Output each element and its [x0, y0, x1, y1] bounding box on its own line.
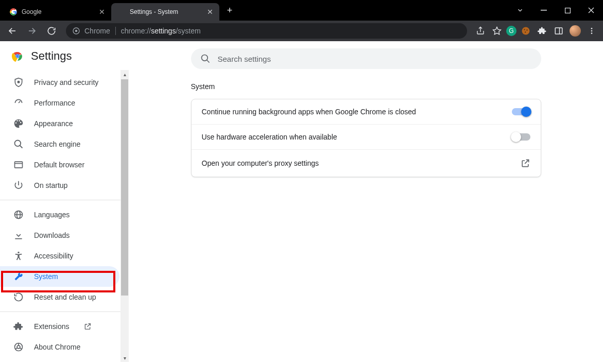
svg-point-6 — [75, 30, 78, 32]
section-title: System — [191, 82, 541, 91]
svg-rect-1 — [541, 10, 547, 11]
nav-label: Default browser — [34, 161, 84, 169]
reload-button[interactable] — [43, 23, 60, 39]
svg-point-9 — [524, 29, 525, 30]
tab-google[interactable]: Google ✕ — [3, 3, 111, 21]
sidebar: Settings Privacy and security Performanc… — [0, 41, 129, 364]
sidebar-item-accessibility[interactable]: Accessibility — [0, 246, 129, 266]
sidebar-item-about[interactable]: About Chrome — [0, 337, 129, 357]
browser-toolbar: Chrome chrome://settings/system G — [0, 21, 603, 41]
toggle-background-apps[interactable] — [512, 108, 530, 115]
bookmark-icon[interactable] — [490, 24, 504, 38]
close-icon[interactable]: ✕ — [99, 8, 105, 16]
content-area: Search settings System Continue running … — [129, 41, 603, 364]
sidebar-item-system[interactable]: System — [0, 266, 119, 287]
sidebar-item-appearance[interactable]: Appearance — [0, 113, 129, 134]
nav-label: Performance — [34, 99, 75, 107]
extensions-menu-icon[interactable] — [535, 24, 549, 38]
tab-search-button[interactable] — [508, 0, 532, 21]
nav-label: Downloads — [34, 231, 70, 239]
svg-line-35 — [15, 348, 17, 350]
scroll-up-icon[interactable]: ▴ — [120, 70, 129, 78]
new-tab-button[interactable]: + — [222, 3, 237, 18]
sidebar-item-reset[interactable]: Reset and clean up — [0, 287, 129, 307]
close-icon[interactable]: ✕ — [207, 8, 213, 16]
scroll-down-icon[interactable]: ▾ — [120, 354, 129, 362]
nav-label: Extensions — [34, 322, 69, 331]
accessibility-icon — [13, 251, 24, 261]
chrome-page-icon — [72, 27, 80, 35]
restore-icon — [13, 292, 24, 302]
svg-rect-12 — [555, 28, 562, 34]
sidebar-item-privacy[interactable]: Privacy and security — [0, 72, 129, 93]
nav-label: Languages — [34, 211, 70, 219]
setting-row-hardware-accel: Use hardware acceleration when available — [192, 125, 541, 150]
sidebar-item-on-startup[interactable]: On startup — [0, 175, 129, 196]
nav-label: Search engine — [34, 140, 80, 148]
setting-row-proxy[interactable]: Open your computer's proxy settings — [192, 150, 541, 177]
power-icon — [13, 180, 24, 190]
setting-label: Open your computer's proxy settings — [202, 159, 319, 167]
window-titlebar: Google ✕ Settings - System ✕ + — [0, 0, 603, 21]
setting-label: Continue running background apps when Go… — [202, 108, 416, 116]
sidebar-item-search-engine[interactable]: Search engine — [0, 134, 129, 154]
profile-avatar[interactable] — [568, 24, 582, 38]
svg-point-31 — [18, 252, 19, 253]
nav-label: Appearance — [34, 119, 73, 128]
nav-label: On startup — [34, 181, 67, 189]
site-info[interactable]: Chrome — [72, 27, 116, 35]
close-window-button[interactable] — [579, 0, 603, 21]
nav-label: Privacy and security — [34, 78, 98, 86]
sidebar-item-languages[interactable]: Languages — [0, 204, 129, 225]
sidebar-item-default-browser[interactable]: Default browser — [0, 154, 129, 175]
toggle-hardware-accel[interactable] — [512, 133, 530, 141]
extension-grammarly-icon[interactable]: G — [506, 26, 516, 36]
address-bar[interactable]: Chrome chrome://settings/system — [66, 23, 467, 39]
nav-label: Accessibility — [34, 252, 73, 260]
settings-header: Settings — [0, 41, 129, 70]
maximize-button[interactable] — [556, 0, 579, 21]
scrollbar-thumb[interactable] — [121, 79, 128, 296]
svg-point-15 — [591, 30, 593, 32]
setting-label: Use hardware acceleration when available — [202, 133, 337, 141]
palette-icon — [13, 118, 24, 129]
svg-point-10 — [526, 29, 527, 30]
tab-title: Google — [22, 8, 42, 15]
sidebar-item-downloads[interactable]: Downloads — [0, 225, 129, 246]
sidebar-item-performance[interactable]: Performance — [0, 93, 129, 113]
url-text: chrome://settings/system — [121, 27, 201, 35]
extension-cookie-icon[interactable] — [519, 24, 533, 38]
back-button[interactable] — [4, 23, 21, 39]
browser-menu-icon[interactable] — [584, 24, 599, 38]
nav-separator — [0, 311, 129, 312]
system-settings-card: Continue running background apps when Go… — [191, 99, 541, 177]
side-panel-icon[interactable] — [552, 24, 566, 38]
sidebar-scrollbar[interactable]: ▴ ▾ — [120, 70, 129, 362]
nav-label: System — [34, 272, 58, 281]
svg-rect-25 — [15, 162, 23, 168]
forward-button[interactable] — [24, 23, 40, 39]
minimize-button[interactable] — [532, 0, 556, 21]
window-controls — [508, 0, 603, 21]
sidebar-item-extensions[interactable]: Extensions — [0, 316, 129, 337]
svg-point-14 — [591, 28, 593, 29]
shield-icon — [13, 77, 24, 88]
svg-marker-7 — [493, 27, 501, 34]
svg-line-36 — [20, 348, 22, 350]
svg-point-37 — [201, 55, 208, 61]
external-link-icon — [520, 158, 530, 168]
nav-list: Privacy and security Performance Appeara… — [0, 70, 129, 359]
chrome-icon — [13, 342, 24, 352]
svg-rect-2 — [565, 8, 570, 13]
svg-line-24 — [20, 146, 23, 148]
svg-point-11 — [525, 31, 526, 32]
google-favicon-icon — [9, 8, 18, 16]
tab-title: Settings - System — [130, 8, 178, 15]
tab-strip: Google ✕ Settings - System ✕ + — [0, 0, 237, 21]
tab-settings-system[interactable]: Settings - System ✕ — [111, 3, 219, 21]
globe-icon — [13, 210, 24, 220]
svg-line-38 — [206, 60, 209, 63]
search-input[interactable]: Search settings — [191, 48, 541, 69]
svg-line-22 — [19, 101, 20, 103]
share-icon[interactable] — [473, 24, 488, 38]
